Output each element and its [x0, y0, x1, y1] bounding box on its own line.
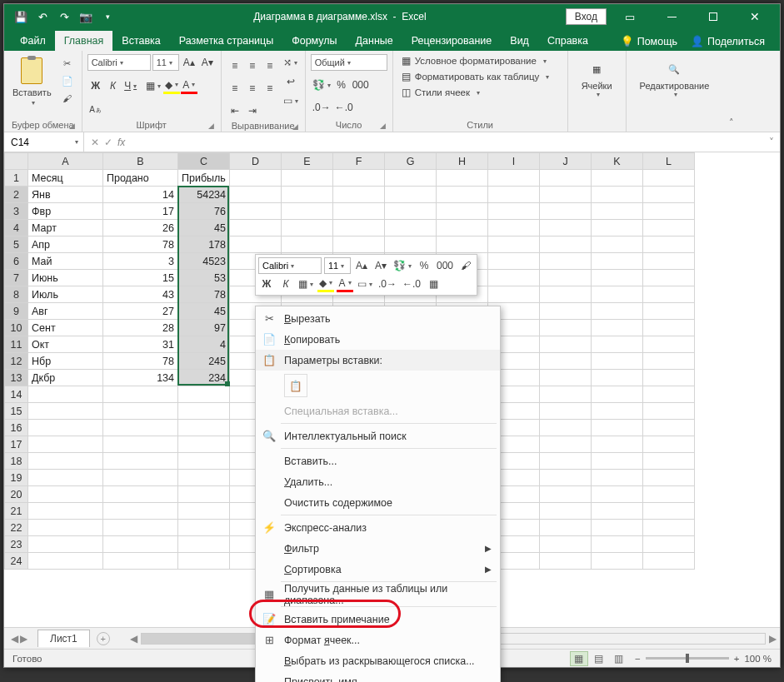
cell-J19[interactable] [540, 470, 592, 486]
row-header-17[interactable]: 17 [5, 436, 28, 453]
font-name-combo[interactable]: Calibri▾ [87, 54, 151, 71]
ctx-cut[interactable]: ✂Вырезать [256, 308, 500, 329]
zoom-in-icon[interactable]: + [734, 654, 740, 664]
merge-icon[interactable]: ▭▾ [282, 92, 300, 109]
cell-I4[interactable] [488, 220, 540, 236]
paste-option-default[interactable]: 📋 [284, 374, 307, 397]
mini-percent-icon[interactable]: % [416, 257, 432, 274]
mini-merge-icon[interactable]: ▭▾ [356, 276, 374, 292]
cell-J2[interactable] [540, 187, 592, 203]
mini-accounting-icon[interactable]: 💱▾ [392, 257, 413, 274]
cell-L18[interactable] [643, 453, 695, 470]
cell-G2[interactable] [385, 187, 437, 203]
comma-icon[interactable]: 000 [351, 77, 371, 93]
col-header-J[interactable]: J [540, 153, 592, 170]
cell-A13[interactable]: Дкбр [28, 370, 103, 386]
decrease-indent-icon[interactable]: ⇤ [227, 102, 243, 119]
cell-I7[interactable] [488, 270, 540, 286]
row-header-16[interactable]: 16 [5, 420, 28, 436]
cell-J13[interactable] [540, 370, 592, 386]
align-middle-icon[interactable]: ≡ [244, 57, 261, 74]
ctx-sort[interactable]: Сортировка▶ [256, 559, 500, 580]
cell-B9[interactable]: 27 [103, 303, 178, 320]
maximize-button[interactable] [695, 4, 732, 29]
cell-B16[interactable] [103, 420, 178, 436]
row-header-15[interactable]: 15 [5, 403, 28, 420]
zoom-out-icon[interactable]: − [635, 654, 641, 664]
cell-E4[interactable] [282, 220, 333, 236]
qat-customize-icon[interactable]: ▾ [101, 10, 114, 23]
cell-L22[interactable] [643, 520, 695, 536]
align-bottom-icon[interactable]: ≡ [262, 57, 278, 74]
font-size-combo[interactable]: 11▾ [152, 54, 179, 71]
cell-E1[interactable] [282, 170, 333, 187]
cell-I1[interactable] [488, 170, 540, 187]
cell-K15[interactable] [592, 403, 643, 420]
tab-layout[interactable]: Разметка страницы [170, 31, 282, 51]
cell-J9[interactable] [540, 303, 592, 320]
cell-L10[interactable] [643, 320, 695, 336]
mini-dec-decimal-icon[interactable]: ←.0 [401, 276, 422, 292]
sheet-tab[interactable]: Лист1 [37, 630, 90, 647]
cell-L13[interactable] [643, 370, 695, 386]
zoom-slider[interactable] [646, 657, 729, 660]
bold-button[interactable]: Ж [87, 77, 104, 94]
close-button[interactable]: ✕ [737, 4, 773, 29]
cell-L2[interactable] [643, 187, 695, 203]
cell-B20[interactable] [103, 486, 178, 503]
view-page-break-icon[interactable]: ▥ [610, 651, 628, 666]
tab-formulas[interactable]: Формулы [282, 31, 346, 51]
border-button[interactable]: ▦▾ [144, 77, 162, 94]
mini-format-painter-icon[interactable]: 🖌 [457, 257, 474, 274]
cell-C14[interactable] [178, 386, 230, 403]
tab-data[interactable]: Данные [347, 31, 402, 51]
undo-icon[interactable]: ↶ [36, 10, 49, 23]
tab-home[interactable]: Главная [55, 31, 113, 51]
cell-A8[interactable]: Июль [28, 286, 103, 303]
cell-styles-button[interactable]: ◫Стили ячеек▾ [398, 86, 553, 99]
cell-K21[interactable] [592, 503, 643, 520]
cell-C15[interactable] [178, 403, 230, 420]
cell-L14[interactable] [643, 386, 695, 403]
cell-B12[interactable]: 78 [103, 353, 178, 370]
zoom-control[interactable]: − + 100 % [635, 654, 772, 664]
cell-J1[interactable] [540, 170, 592, 187]
cell-F2[interactable] [333, 187, 385, 203]
signin-button[interactable]: Вход [566, 8, 607, 25]
cell-A18[interactable] [28, 453, 103, 470]
cell-K10[interactable] [592, 320, 643, 336]
cell-B23[interactable] [103, 536, 178, 553]
col-header-L[interactable]: L [643, 153, 695, 170]
ctx-clear[interactable]: Очистить содержимое [256, 492, 500, 513]
add-sheet-button[interactable]: + [97, 632, 110, 645]
cell-A10[interactable]: Сент [28, 320, 103, 336]
row-header-23[interactable]: 23 [5, 536, 28, 553]
col-header-G[interactable]: G [385, 153, 437, 170]
cell-J10[interactable] [540, 320, 592, 336]
editing-button[interactable]: 🔍 Редактирование ▾ [632, 54, 718, 102]
decrease-decimal-icon[interactable]: ←.0 [333, 99, 355, 116]
ctx-smart-lookup[interactable]: 🔍Интеллектуальный поиск [256, 426, 500, 446]
cell-K20[interactable] [592, 486, 643, 503]
accounting-icon[interactable]: 💱▾ [311, 77, 332, 93]
cell-A20[interactable] [28, 486, 103, 503]
cancel-formula-icon[interactable]: ✕ [91, 137, 99, 148]
cell-F3[interactable] [333, 203, 385, 220]
cell-I2[interactable] [488, 187, 540, 203]
orientation-icon[interactable]: ⤭▾ [282, 54, 300, 71]
cell-F5[interactable] [333, 236, 385, 253]
cell-L8[interactable] [643, 286, 695, 303]
cell-D3[interactable] [230, 203, 282, 220]
row-header-10[interactable]: 10 [5, 320, 28, 336]
cell-A23[interactable] [28, 536, 103, 553]
cell-E3[interactable] [282, 203, 333, 220]
save-icon[interactable]: 💾 [14, 10, 27, 23]
cell-J4[interactable] [540, 220, 592, 236]
mini-shrink-font-icon[interactable]: A▾ [372, 257, 389, 274]
cell-J15[interactable] [540, 403, 592, 420]
col-header-C[interactable]: C [178, 153, 230, 170]
cell-B5[interactable]: 78 [103, 236, 178, 253]
mini-size-combo[interactable]: 11▾ [324, 257, 351, 274]
cell-B24[interactable] [103, 553, 178, 570]
cell-A3[interactable]: Фвр [28, 203, 103, 220]
